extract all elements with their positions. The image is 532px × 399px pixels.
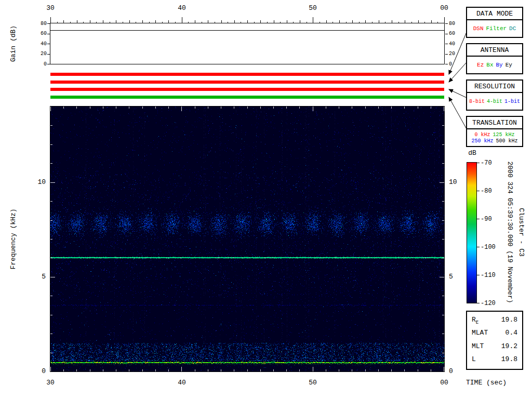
ephemeris-row: RE 19.8 xyxy=(472,316,517,325)
spectrogram-panel xyxy=(50,106,445,372)
colorbar-tick-label: -90 xyxy=(481,216,492,223)
ephemeris-value: 19.8 xyxy=(501,316,517,325)
time-tick-label-top: 00 xyxy=(440,5,448,12)
legend-box-title: DATA MODE xyxy=(467,8,522,20)
spectrogram-canvas xyxy=(50,107,444,371)
time-tick-label-bottom: 40 xyxy=(178,379,186,387)
ephemeris-box: RE 19.8 MLAT 0.4 MLT 19.2 L 19.8 xyxy=(466,311,523,370)
freq-ytick-label: 0 xyxy=(32,368,46,375)
legend-item-filter: Filter xyxy=(486,25,507,32)
legend-item-ey: Ey xyxy=(506,62,512,68)
legend-item-8bit: 8-bit xyxy=(469,99,485,104)
gain-line xyxy=(50,30,444,31)
time-tick-label-bottom: 00 xyxy=(440,379,448,387)
freq-ytick-label: 5 xyxy=(32,273,46,281)
legend-box-items: 8-bit 4-bit 1-bit xyxy=(467,93,522,110)
legend-item-1bit: 1-bit xyxy=(504,99,520,104)
colorbar-tick-label: -110 xyxy=(481,272,496,279)
legend-box-title: TRANSLATION xyxy=(467,117,522,129)
gain-axis-title: Gain (dB) xyxy=(10,25,17,62)
status-bar-antenna xyxy=(50,81,444,84)
legend-box-items: DSN Filter DC xyxy=(467,20,522,37)
legend-item-dc: DC xyxy=(509,25,516,32)
legend-item-4bit: 4-bit xyxy=(487,99,502,104)
freq-ytick-label: 0 xyxy=(449,368,453,375)
legend-item-500khz: 500 kHz xyxy=(496,138,518,144)
gain-ytick-label: 40 xyxy=(35,41,47,47)
ephemeris-row: L 19.8 xyxy=(472,355,517,365)
time-tick-label-top: 40 xyxy=(178,5,186,12)
gain-ytick-label: 0 xyxy=(449,61,452,67)
gain-ytick-label: 80 xyxy=(35,21,47,26)
ephemeris-label: L xyxy=(472,355,476,365)
legend-box-title: RESOLUTION xyxy=(467,81,522,93)
freq-ytick-label: 10 xyxy=(32,179,46,186)
wbd-spectrogram-display: Gain (dB) Frequency (kHz) 30 40 50 00 80… xyxy=(0,0,532,399)
spacecraft-annotation: Cluster - C3 xyxy=(517,208,525,257)
freq-ytick-label: 10 xyxy=(449,179,457,186)
gain-plot-panel xyxy=(50,23,445,64)
ephemeris-row: MLAT 0.4 xyxy=(472,329,517,338)
legend-item-bx: Bx xyxy=(486,62,493,68)
legend-box-antenna: ANTENNA Ez Bx By Ey xyxy=(466,43,523,74)
gain-ytick-label: 20 xyxy=(449,51,455,57)
legend-item-dsn: DSN xyxy=(473,25,484,32)
legend-box-translation: TRANSLATION 0 kHz 125 kHz 250 kHz 500 kH… xyxy=(466,116,523,147)
time-tick-label-top: 30 xyxy=(46,5,55,12)
ephemeris-value: 19.2 xyxy=(501,342,517,352)
gain-ytick-label: 0 xyxy=(35,61,47,67)
ephemeris-label: MLT xyxy=(472,342,484,352)
colorbar-gradient xyxy=(467,163,476,303)
ephemeris-value: 19.8 xyxy=(501,355,517,365)
status-bar-data-mode xyxy=(50,73,444,76)
time-tick-label-bottom: 30 xyxy=(46,379,55,387)
time-tick-label-top: 50 xyxy=(309,5,317,12)
legend-box-items: 0 kHz 125 kHz 250 kHz 500 kHz xyxy=(467,129,522,146)
legend-box-items: Ez Bx By Ey xyxy=(467,57,522,73)
legend-item-ez: Ez xyxy=(477,62,484,68)
legend-box-resolution: RESOLUTION 8-bit 4-bit 1-bit xyxy=(466,79,523,111)
status-bar-translation xyxy=(50,96,444,99)
datetime-annotation: 2000 324 05:39:30.000 (19 November) xyxy=(506,161,513,303)
legend-item-250khz: 250 kHz xyxy=(471,138,493,144)
colorbar xyxy=(467,162,477,303)
ephemeris-label: RE xyxy=(472,316,478,325)
gain-ytick-label: 80 xyxy=(449,21,455,26)
colorbar-tick-label: -100 xyxy=(481,244,496,251)
time-tick-label-bottom: 50 xyxy=(309,379,317,387)
ephemeris-row: MLT 19.2 xyxy=(472,342,517,352)
gain-ytick-label: 20 xyxy=(35,51,47,57)
legend-row: 0 kHz 125 kHz xyxy=(467,132,522,138)
legend-item-by: By xyxy=(496,62,503,68)
freq-ytick-label: 5 xyxy=(449,273,453,281)
gain-ytick-label: 60 xyxy=(35,31,47,36)
colorbar-tick-label: -120 xyxy=(481,300,496,307)
time-axis-title: TIME (sec) xyxy=(466,379,507,387)
legend-box-data-mode: DATA MODE DSN Filter DC xyxy=(466,7,523,38)
ephemeris-label: MLAT xyxy=(472,329,488,338)
gain-ytick-label: 40 xyxy=(449,41,455,47)
legend-box-title: ANTENNA xyxy=(467,44,522,57)
colorbar-title: dB xyxy=(466,150,479,157)
legend-item-125khz: 125 kHz xyxy=(493,132,515,138)
status-bar-resolution xyxy=(50,88,444,91)
gain-ytick-label: 60 xyxy=(449,31,455,36)
ephemeris-value: 0.4 xyxy=(506,329,517,338)
colorbar-tick-label: -70 xyxy=(481,159,492,167)
frequency-axis-title: Frequency (kHz) xyxy=(10,208,17,269)
legend-item-0khz: 0 kHz xyxy=(474,132,490,138)
colorbar-tick-label: -80 xyxy=(481,188,492,195)
legend-row: 250 kHz 500 kHz xyxy=(467,138,522,144)
